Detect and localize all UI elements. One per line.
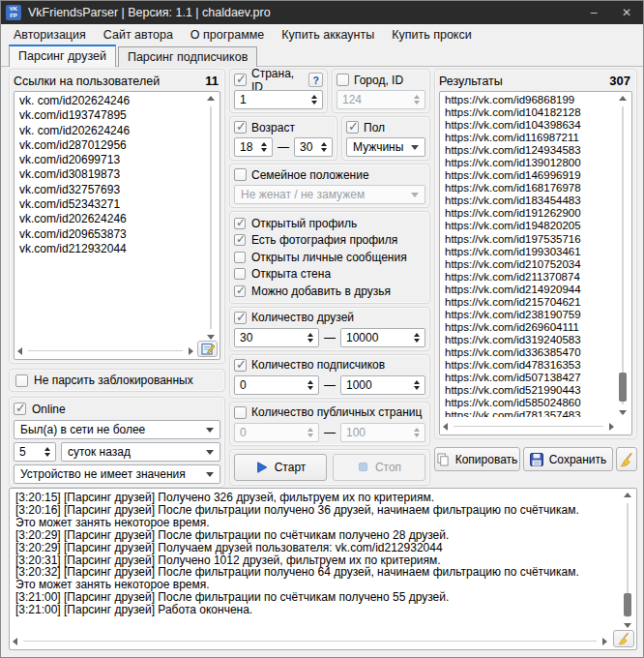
help-button[interactable]: ? <box>308 73 323 87</box>
spinner-up-icon[interactable] <box>414 380 420 384</box>
followers-to-stepper[interactable]: 1000 <box>340 375 425 395</box>
list-item[interactable]: https://vk.com/id336385470 <box>445 346 614 359</box>
open-wall-checkbox[interactable] <box>234 268 246 280</box>
edit-links-button[interactable] <box>197 341 218 357</box>
scroll-right-icon[interactable] <box>609 423 614 431</box>
list-item[interactable]: vk.com/id209653873 <box>19 227 202 242</box>
list-item[interactable]: https://vk.com/id210752034 <box>445 258 614 271</box>
list-item[interactable]: vk. com/id202624246 <box>19 124 202 138</box>
scroll-right-icon[interactable] <box>602 638 607 645</box>
last-seen-amount-stepper[interactable]: 5 <box>14 442 56 462</box>
spinner-down-icon[interactable] <box>321 148 327 152</box>
spinner-up-icon[interactable] <box>261 142 267 146</box>
log-vertical-scrollbar[interactable] <box>622 491 634 630</box>
list-item[interactable]: vk.com/id287012956 <box>19 138 202 153</box>
links-horizontal-scrollbar[interactable] <box>17 344 193 357</box>
scrollbar-thumb[interactable] <box>619 373 627 402</box>
scroll-left-icon[interactable] <box>443 423 448 431</box>
results-horizontal-scrollbar[interactable] <box>443 420 614 433</box>
spinner-down-icon[interactable] <box>44 453 50 457</box>
list-item[interactable]: vk.com/id202624246 <box>19 212 202 226</box>
list-item[interactable]: https://vk.com/id521990443 <box>445 384 614 397</box>
list-item[interactable]: https://vk.com/id197535716 <box>445 233 614 246</box>
save-button[interactable]: Сохранить <box>523 447 613 471</box>
scroll-left-icon[interactable] <box>13 638 17 645</box>
scroll-right-icon[interactable] <box>189 347 193 355</box>
spinner-up-icon[interactable] <box>414 333 420 337</box>
list-item[interactable]: https://vk.com/id211370874 <box>445 271 614 284</box>
log-panel[interactable]: [3:20:15] [Парсинг друзей] Получено 326 … <box>9 488 637 650</box>
minimize-button[interactable]: – <box>577 1 610 24</box>
last-seen-select[interactable]: Был(а) в сети не более <box>14 420 220 439</box>
scroll-up-icon[interactable] <box>207 96 215 101</box>
list-item[interactable]: https://vk.com/id168176978 <box>445 182 614 194</box>
list-item[interactable]: https://vk.com/id146996919 <box>445 169 614 182</box>
spinner-down-icon[interactable] <box>307 339 313 343</box>
menu-item[interactable]: Купить аккаунты <box>273 26 383 44</box>
followers-count-checkbox[interactable] <box>234 359 247 372</box>
clear-results-button[interactable] <box>616 447 637 471</box>
pages-to-stepper[interactable]: 100 <box>340 423 425 442</box>
country-id-stepper[interactable]: 1 <box>234 90 323 109</box>
log-horizontal-scrollbar[interactable] <box>13 635 607 647</box>
list-item[interactable]: vk.com/id20699713 <box>19 153 202 167</box>
list-item[interactable]: https://vk.com/id199303461 <box>445 246 614 258</box>
open-messages-checkbox[interactable] <box>234 252 246 263</box>
tab-parsing-friends[interactable]: Парсинг друзей <box>9 45 116 67</box>
list-item[interactable]: https://vk.com/id478316353 <box>445 359 614 372</box>
links-vertical-scrollbar[interactable] <box>205 94 218 342</box>
menu-item[interactable]: Авторизация <box>5 26 95 44</box>
scroll-down-icon[interactable] <box>207 335 215 340</box>
age-checkbox[interactable] <box>234 121 247 134</box>
list-item[interactable]: https://vk.com/id104398634 <box>445 119 614 132</box>
scroll-up-icon[interactable] <box>624 493 631 497</box>
list-item[interactable]: https://vk.com/id124934583 <box>445 144 614 157</box>
list-item[interactable]: vk.com/id30819873 <box>19 167 202 182</box>
list-item[interactable]: https://vk.com/id319240583 <box>445 334 614 346</box>
scroll-down-icon[interactable] <box>624 623 631 628</box>
city-checkbox[interactable] <box>337 74 349 86</box>
list-item[interactable]: https://vk.com/id585024860 <box>445 397 614 409</box>
list-item[interactable]: vk.com/id193747895 <box>19 108 202 123</box>
age-to-stepper[interactable]: 30 <box>294 137 333 157</box>
list-item[interactable]: https://vk.com/id183454483 <box>445 194 614 207</box>
can-add-friend-checkbox[interactable] <box>234 285 246 297</box>
spinner-down-icon[interactable] <box>261 148 267 152</box>
spinner-up-icon[interactable] <box>44 447 50 451</box>
list-item[interactable]: vk.com/id52343271 <box>19 197 202 212</box>
flag-open-profile[interactable]: Открытый профиль <box>234 217 425 230</box>
family-checkbox[interactable] <box>234 168 247 181</box>
online-checkbox[interactable] <box>14 403 26 415</box>
list-item[interactable]: https://vk.com/id214920944 <box>445 284 614 296</box>
list-item[interactable]: https://vk.com/id104182128 <box>445 106 614 119</box>
list-item[interactable]: vk.com/id32757693 <box>19 183 202 197</box>
list-item[interactable]: https://vk.com/id507138427 <box>445 372 614 384</box>
list-item[interactable]: vk.com/id212932044 <box>19 242 202 256</box>
flag-can-add-friend[interactable]: Можно добавить в друзья <box>234 284 425 298</box>
scrollbar-thumb[interactable] <box>624 593 631 616</box>
clear-log-button[interactable] <box>613 630 634 647</box>
scroll-down-icon[interactable] <box>619 410 627 415</box>
list-item[interactable]: https://vk.com/id215704621 <box>445 296 614 309</box>
spinner-down-icon[interactable] <box>307 386 313 390</box>
tab-parsing-followers[interactable]: Парсинг подписчиков <box>118 46 257 67</box>
links-listbox[interactable]: vk. com/id202624246vk.com/id193747895vk.… <box>14 91 220 360</box>
spinner-down-icon[interactable] <box>414 386 420 390</box>
skip-blocked-row[interactable]: Не парсить заблокированных <box>9 369 225 392</box>
scroll-up-icon[interactable] <box>619 96 627 101</box>
age-from-stepper[interactable]: 18 <box>234 137 273 157</box>
flag-has-photo[interactable]: Есть фотография профиля <box>234 234 425 248</box>
friends-from-stepper[interactable]: 30 <box>234 328 319 347</box>
flag-open-messages[interactable]: Открыты личные сообщения <box>234 251 425 264</box>
scroll-left-icon[interactable] <box>17 347 22 355</box>
pages-count-checkbox[interactable] <box>234 406 247 419</box>
spinner-up-icon[interactable] <box>311 95 317 99</box>
results-listbox[interactable]: https://vk.com/id96868199https://vk.com/… <box>439 91 632 435</box>
spinner-down-icon[interactable] <box>311 101 317 105</box>
menu-item[interactable]: Сайт автора <box>95 26 182 44</box>
spinner-down-icon[interactable] <box>414 339 420 343</box>
sex-checkbox[interactable] <box>346 121 359 134</box>
open-profile-checkbox[interactable] <box>234 218 246 229</box>
friends-to-stepper[interactable]: 10000 <box>340 328 425 347</box>
list-item[interactable]: vk. com/id202624246 <box>19 94 202 108</box>
